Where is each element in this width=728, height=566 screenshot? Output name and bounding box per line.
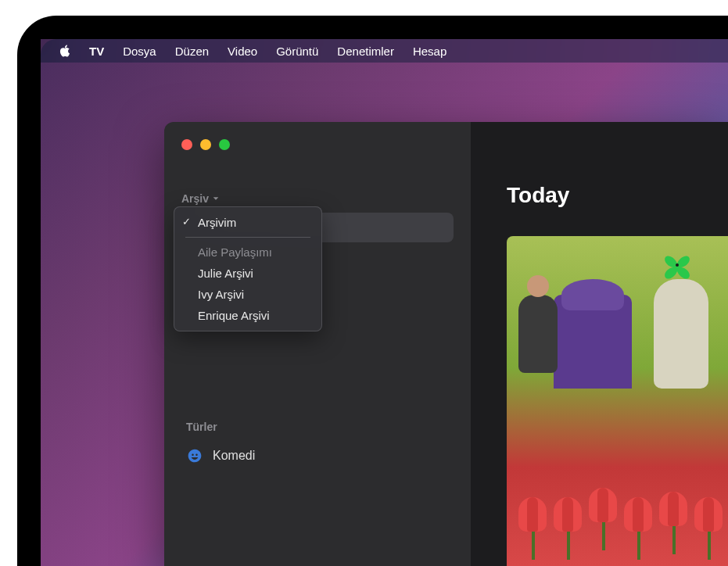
app-window: Arşiv r Türler Komedi: [164, 122, 728, 566]
content-title: Today: [507, 183, 728, 208]
library-dropdown-menu: Arşivim Aile Paylaşımı Julie Arşivi Ivy …: [174, 206, 322, 331]
content-area: Today: [471, 122, 728, 566]
bandaged-figure: [654, 279, 708, 389]
menubar-video[interactable]: Video: [228, 45, 257, 58]
dropdown-family-header: Aile Paylaşımı: [174, 242, 321, 263]
menubar-controls[interactable]: Denetimler: [337, 45, 394, 58]
comedy-mask-icon: [186, 447, 203, 464]
menubar-app-name[interactable]: TV: [89, 45, 104, 58]
dropdown-julie[interactable]: Julie Arşivi: [174, 263, 321, 284]
expand-button[interactable]: [219, 139, 230, 150]
child-figure: [518, 295, 558, 373]
screen: TV Dosya Düzen Video Görüntü Denetimler …: [41, 39, 728, 566]
media-thumbnail[interactable]: [507, 236, 728, 566]
thumbnail-scene: [507, 236, 728, 566]
menubar-view[interactable]: Görüntü: [276, 45, 318, 58]
tulip-icon: [554, 497, 583, 560]
genre-item-comedy[interactable]: Komedi: [181, 442, 454, 469]
menubar-account[interactable]: Hesap: [413, 45, 446, 58]
menubar-edit[interactable]: Düzen: [175, 45, 209, 58]
apple-logo-icon[interactable]: [58, 44, 72, 58]
tulip-icon: [518, 497, 548, 560]
tulip-icon: [694, 497, 724, 560]
tulip-icon: [624, 497, 654, 560]
butterfly-icon: [662, 252, 693, 279]
chevron-down-icon: [212, 195, 220, 202]
device-frame: TV Dosya Düzen Video Görüntü Denetimler …: [17, 16, 728, 566]
genres-section: Türler Komedi: [181, 421, 454, 469]
library-dropdown-trigger[interactable]: Arşiv: [181, 192, 454, 205]
menubar: TV Dosya Düzen Video Görüntü Denetimler …: [41, 39, 728, 63]
library-label: Arşiv: [181, 192, 209, 205]
dropdown-separator: [185, 237, 310, 238]
dropdown-ivy[interactable]: Ivy Arşivi: [174, 284, 321, 305]
genre-label: Komedi: [213, 449, 255, 463]
dropdown-enrique[interactable]: Enrique Arşivi: [174, 305, 321, 326]
menubar-file[interactable]: Dosya: [123, 45, 156, 58]
tulip-icon: [659, 492, 689, 554]
window-controls: [181, 139, 230, 150]
minimize-button[interactable]: [200, 139, 211, 150]
svg-point-0: [676, 263, 679, 267]
close-button[interactable]: [181, 139, 192, 150]
genres-header: Türler: [181, 421, 454, 433]
dropdown-my-library[interactable]: Arşivim: [174, 212, 321, 233]
purple-chair: [554, 295, 632, 389]
tulip-icon: [589, 488, 619, 550]
content-header: Today: [471, 122, 728, 208]
